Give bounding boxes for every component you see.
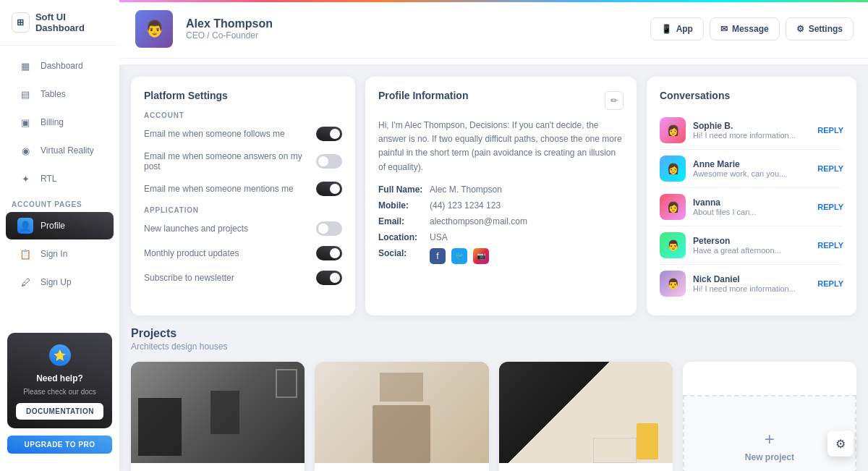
toggle-knob <box>330 248 340 258</box>
conv-message: Awesome work, can you... <box>693 169 810 178</box>
toggle-monthly-updates-control[interactable] <box>316 246 342 260</box>
projects-grid: Project #2 Modern As Uber works through … <box>131 362 856 471</box>
location-label: Location: <box>378 232 425 242</box>
conv-name: Ivanna <box>693 198 810 208</box>
toggle-email-mentions-control[interactable] <box>316 182 342 196</box>
profile-user-info: Alex Thompson CEO / Co-Founder <box>186 17 639 41</box>
conv-avatar-anne: 👩 <box>660 156 686 182</box>
email-value: alecthompson@mail.com <box>430 216 527 226</box>
account-nav: 👤 Profile 📋 Sign In 🖊 Sign Up <box>0 211 119 297</box>
documentation-button[interactable]: DOCUMENTATION <box>16 403 103 420</box>
toggle-new-launches: New launches and projects <box>144 221 342 236</box>
reply-button-nick[interactable]: REPLY <box>817 279 843 288</box>
message-label: Message <box>732 24 769 34</box>
app-label: App <box>676 24 693 34</box>
reply-button-peterson[interactable]: REPLY <box>817 241 843 250</box>
sidebar-item-label: Virtual Reality <box>41 145 94 156</box>
message-icon: ✉ <box>720 24 728 34</box>
conv-name: Anne Marie <box>693 159 810 169</box>
conv-name: Sophie B. <box>693 121 810 131</box>
conv-info-nick: Nick Daniel Hi! I need more information.… <box>693 274 810 293</box>
toggle-email-follows-label: Email me when someone follows me <box>144 129 285 139</box>
settings-fab[interactable]: ⚙ <box>827 430 854 457</box>
sidebar-item-profile[interactable]: 👤 Profile <box>6 212 114 239</box>
sidebar-item-billing[interactable]: ▣ Billing <box>6 109 114 136</box>
toggle-newsletter-control[interactable] <box>316 271 342 285</box>
profile-bio: Hi, I'm Alec Thompson, Decisions: If you… <box>378 119 624 174</box>
project-card-minimalist: Project #3 Minimalist Different people h… <box>499 362 673 471</box>
help-card: ⭐ Need help? Please check our docs DOCUM… <box>7 333 112 428</box>
conv-message: About files I can... <box>693 208 810 216</box>
conv-message: Have a great afternoon... <box>693 246 810 255</box>
fullname-label: Full Name: <box>378 184 425 195</box>
detail-social: Social: f 🐦 📷 <box>378 248 624 264</box>
sidebar-item-label: Sign In <box>41 249 67 259</box>
toggle-knob <box>330 184 340 194</box>
toggle-new-launches-label: New launches and projects <box>144 224 248 234</box>
sidebar-item-tables[interactable]: ▤ Tables <box>6 80 114 108</box>
conv-message: Hi! I need more information... <box>693 284 810 293</box>
conv-avatar-nick: 👨 <box>660 271 686 297</box>
mobile-value: (44) 123 1234 123 <box>430 200 501 211</box>
profile-icon: 👤 <box>17 218 33 234</box>
conv-message: Hi! I need more information... <box>693 131 810 140</box>
project-body-minimalist: Project #3 Minimalist Different people h… <box>499 463 673 471</box>
app-icon: 📱 <box>661 24 672 34</box>
help-title: Need help? <box>36 373 83 383</box>
dashboard-icon: ▦ <box>17 58 33 74</box>
toggle-knob <box>330 129 340 139</box>
instagram-icon[interactable]: 📷 <box>473 248 489 264</box>
settings-label: Settings <box>809 24 843 34</box>
conv-avatar-ivanna: 👩 <box>660 194 686 220</box>
toggle-monthly-updates-label: Monthly product updates <box>144 248 239 258</box>
detail-location: Location: USA <box>378 232 624 242</box>
reply-button-anne[interactable]: REPLY <box>817 164 843 173</box>
sidebar-item-signin[interactable]: 📋 Sign In <box>6 240 114 268</box>
app-button[interactable]: 📱 App <box>650 17 704 41</box>
detail-mobile: Mobile: (44) 123 1234 123 <box>378 200 624 211</box>
toggle-new-launches-control[interactable] <box>316 221 342 236</box>
toggle-email-follows-control[interactable] <box>316 127 342 141</box>
twitter-icon[interactable]: 🐦 <box>451 248 467 264</box>
app-logo[interactable]: ⊞ Soft UI Dashboard <box>0 12 119 46</box>
conv-avatar-peterson: 👨 <box>660 232 686 258</box>
conversation-sophie: 👩 Sophie B. Hi! I need more information.… <box>660 111 843 150</box>
profile-actions: 📱 App ✉ Message ⚙ Settings <box>650 17 854 41</box>
sidebar-item-dashboard[interactable]: ▦ Dashboard <box>6 52 114 80</box>
avatar: 👨 <box>134 9 174 49</box>
conversations-title: Conversations <box>660 90 843 101</box>
profile-info-title: Profile Information <box>378 90 468 101</box>
main-content: 👨 Alex Thompson CEO / Co-Founder 📱 App ✉… <box>119 0 868 471</box>
reply-button-sophie[interactable]: REPLY <box>817 126 843 135</box>
facebook-icon[interactable]: f <box>430 248 446 264</box>
project-image-minimalist <box>499 362 673 463</box>
toggle-email-answers-control[interactable] <box>316 154 342 169</box>
sidebar-item-rtl[interactable]: ✦ RTL <box>6 165 114 192</box>
conversation-anne: 👩 Anne Marie Awesome work, can you... RE… <box>660 150 843 188</box>
conversations-card: Conversations 👩 Sophie B. Hi! I need mor… <box>647 77 856 315</box>
social-label: Social: <box>378 248 425 264</box>
edit-profile-button[interactable]: ✏ <box>605 91 624 110</box>
message-button[interactable]: ✉ Message <box>710 17 780 41</box>
detail-fullname: Full Name: Alec M. Thompson <box>378 184 624 195</box>
toggle-newsletter: Subscribe to newsletter <box>144 271 342 285</box>
settings-icon: ⚙ <box>796 24 804 34</box>
sidebar-item-label: Profile <box>41 221 65 231</box>
upgrade-button[interactable]: UPGRADE TO PRO <box>7 436 112 454</box>
conversation-peterson: 👨 Peterson Have a great afternoon... REP… <box>660 226 843 265</box>
fullname-value: Alec M. Thompson <box>430 184 502 195</box>
account-settings-label: ACCOUNT <box>144 111 342 119</box>
logo-icon: ⊞ <box>12 12 30 33</box>
toggle-knob <box>318 224 328 234</box>
signin-icon: 📋 <box>17 246 33 262</box>
project-image-modern <box>131 362 305 463</box>
vr-icon: ◉ <box>17 143 33 158</box>
sidebar-item-signup[interactable]: 🖊 Sign Up <box>6 268 114 296</box>
settings-button[interactable]: ⚙ Settings <box>786 17 854 41</box>
conv-info-sophie: Sophie B. Hi! I need more information... <box>693 121 810 140</box>
sidebar-item-vr[interactable]: ◉ Virtual Reality <box>6 137 114 164</box>
reply-button-ivanna[interactable]: REPLY <box>817 203 843 211</box>
profile-name: Alex Thompson <box>186 17 639 30</box>
toggle-email-mentions-label: Email me when someone mentions me <box>144 184 294 194</box>
conversation-nick: 👨 Nick Daniel Hi! I need more informatio… <box>660 265 843 302</box>
